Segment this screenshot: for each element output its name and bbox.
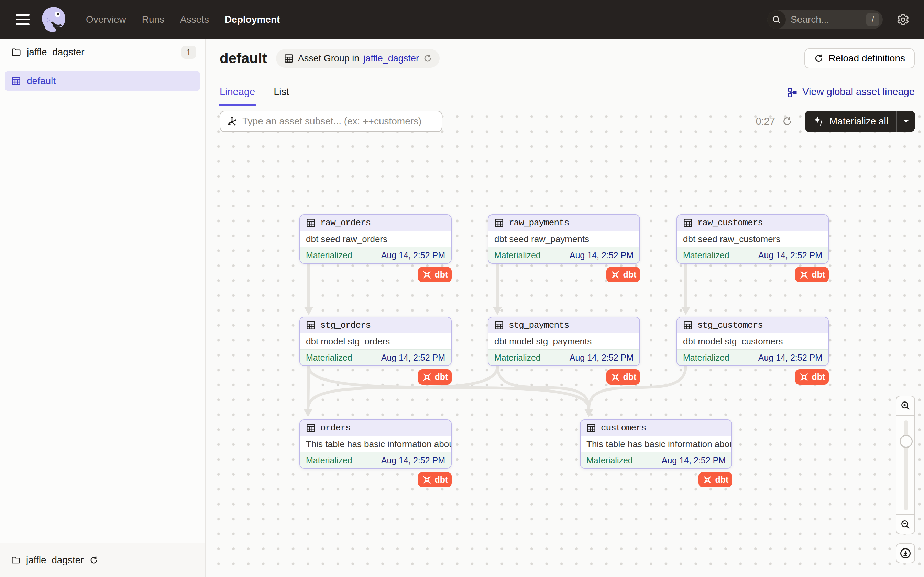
status-badge: Materialized — [306, 455, 352, 466]
reload-repo-icon[interactable] — [89, 556, 98, 565]
materialize-options-caret[interactable] — [897, 111, 915, 132]
dbt-compute-kind-badge: dbt — [606, 267, 640, 282]
nav-runs[interactable]: Runs — [142, 14, 164, 25]
materialization-timestamp[interactable]: Aug 14, 2:52 PM — [662, 455, 726, 466]
asset-description: dbt model stg_payments — [488, 334, 640, 349]
materialization-timestamp[interactable]: Aug 14, 2:52 PM — [381, 353, 445, 363]
dbt-compute-kind-badge: dbt — [418, 472, 452, 487]
dbt-badge-label: dbt — [623, 269, 636, 280]
asset-group-tag-prefix: Asset Group in — [298, 53, 360, 64]
lineage-graph-canvas[interactable]: 0:27 Materialize all raw_orders dbt seed — [205, 106, 924, 577]
tab-lineage[interactable]: Lineage — [220, 86, 255, 106]
nav-deployment[interactable]: Deployment — [225, 14, 280, 25]
asset-group-icon — [11, 76, 21, 86]
asset-group-icon — [284, 53, 294, 63]
asset-subset-filter[interactable] — [220, 111, 443, 132]
materialization-timestamp[interactable]: Aug 14, 2:52 PM — [758, 353, 822, 363]
chevron-down-icon — [903, 119, 909, 123]
sparkle-icon — [813, 115, 825, 127]
asset-description: This table has basic information about .… — [300, 436, 451, 452]
top-navigation-bar: Overview Runs Assets Deployment / — [0, 0, 924, 39]
asset-node-customers[interactable]: customers This table has basic informati… — [580, 419, 732, 469]
refresh-graph-icon[interactable] — [782, 116, 792, 126]
asset-node-raw-customers[interactable]: raw_customers dbt seed raw_customers Mat… — [677, 214, 829, 264]
materialization-timestamp[interactable]: Aug 14, 2:52 PM — [758, 250, 822, 260]
materialization-timestamp[interactable]: Aug 14, 2:52 PM — [381, 250, 445, 260]
asset-subset-input[interactable] — [242, 116, 436, 127]
asset-node-stg-customers[interactable]: stg_customers dbt model stg_customers Ma… — [677, 317, 829, 366]
nav-assets[interactable]: Assets — [180, 14, 209, 25]
footer-repo-name: jaffle_dagster — [26, 555, 84, 566]
table-icon — [305, 320, 316, 330]
materialize-all-button[interactable]: Materialize all — [805, 111, 915, 132]
asset-description: dbt seed raw_customers — [677, 231, 828, 247]
materialization-timestamp[interactable]: Aug 14, 2:52 PM — [570, 353, 633, 363]
asset-name: raw_customers — [698, 218, 763, 228]
zoom-in-button[interactable] — [896, 396, 915, 416]
zoom-slider-handle[interactable] — [900, 435, 913, 448]
asset-group-header: default Asset Group in jaffle_dagster Re… — [205, 39, 924, 106]
asset-node-raw-orders[interactable]: raw_orders dbt seed raw_orders Materiali… — [299, 214, 452, 264]
view-global-asset-lineage-link[interactable]: View global asset lineage — [787, 86, 915, 98]
status-badge: Materialized — [306, 353, 352, 363]
refresh-timer: 0:27 — [756, 116, 775, 127]
dbt-badge-label: dbt — [435, 269, 448, 280]
dbt-compute-kind-badge: dbt — [418, 369, 452, 385]
asset-group-repo-link[interactable]: jaffle_dagster — [363, 53, 419, 64]
materialization-timestamp[interactable]: Aug 14, 2:52 PM — [570, 250, 633, 260]
dagster-logo-icon[interactable] — [39, 5, 69, 34]
refresh-icon[interactable] — [423, 54, 432, 63]
zoom-controls — [896, 396, 915, 563]
repo-name: jaffle_dagster — [27, 47, 181, 58]
asset-group-count-badge: 1 — [181, 46, 196, 59]
table-icon — [586, 423, 596, 433]
asset-name: raw_orders — [320, 218, 371, 228]
search-shortcut-key: / — [866, 13, 879, 26]
sidebar-footer: jaffle_dagster — [0, 543, 205, 577]
status-badge: Materialized — [494, 250, 541, 260]
status-badge: Materialized — [306, 250, 352, 260]
menu-icon[interactable] — [16, 14, 29, 25]
graph-controls: 0:27 Materialize all — [756, 111, 915, 132]
table-icon — [494, 320, 504, 330]
zoom-slider[interactable] — [896, 415, 915, 515]
gear-icon[interactable] — [897, 13, 909, 26]
nav-overview[interactable]: Overview — [86, 14, 126, 25]
table-icon — [683, 218, 693, 228]
lineage-graph-icon — [787, 87, 798, 97]
tab-list[interactable]: List — [274, 86, 289, 106]
sidebar-item-default-group[interactable]: default — [5, 71, 200, 91]
op-selector-icon — [226, 116, 237, 127]
reload-icon — [814, 53, 824, 63]
asset-name: stg_payments — [509, 320, 569, 330]
reload-definitions-button[interactable]: Reload definitions — [804, 48, 915, 68]
asset-name: orders — [320, 423, 351, 433]
zoom-out-button[interactable] — [896, 514, 915, 534]
view-global-asset-lineage-label: View global asset lineage — [802, 86, 915, 98]
sidebar-repo-row[interactable]: jaffle_dagster 1 — [0, 39, 205, 66]
asset-group-label: default — [27, 76, 56, 87]
zoom-out-icon — [900, 519, 911, 530]
asset-name: stg_orders — [320, 320, 371, 330]
asset-node-raw-payments[interactable]: raw_payments dbt seed raw_payments Mater… — [488, 214, 640, 264]
search-icon — [767, 10, 786, 29]
folder-icon — [11, 555, 21, 565]
zoom-in-icon — [900, 400, 911, 411]
zoom-slider-track[interactable] — [904, 421, 908, 510]
page-title: default — [220, 50, 267, 67]
asset-description: dbt seed raw_orders — [300, 231, 451, 247]
dbt-badge-label: dbt — [716, 475, 729, 485]
asset-node-stg-payments[interactable]: stg_payments dbt model stg_payments Mate… — [488, 317, 640, 366]
search-input[interactable] — [786, 14, 866, 25]
asset-name: stg_customers — [698, 320, 763, 330]
view-tabs: Lineage List — [220, 86, 289, 106]
primary-nav: Overview Runs Assets Deployment — [86, 14, 280, 25]
global-search[interactable]: / — [767, 10, 883, 29]
asset-node-stg-orders[interactable]: stg_orders dbt model stg_orders Material… — [299, 317, 452, 366]
materialize-all-label: Materialize all — [829, 116, 888, 127]
dbt-compute-kind-badge: dbt — [418, 267, 452, 282]
asset-node-orders[interactable]: orders This table has basic information … — [299, 419, 452, 469]
materialization-timestamp[interactable]: Aug 14, 2:52 PM — [381, 455, 445, 466]
folder-icon — [11, 47, 21, 57]
download-graph-button[interactable] — [896, 543, 915, 563]
